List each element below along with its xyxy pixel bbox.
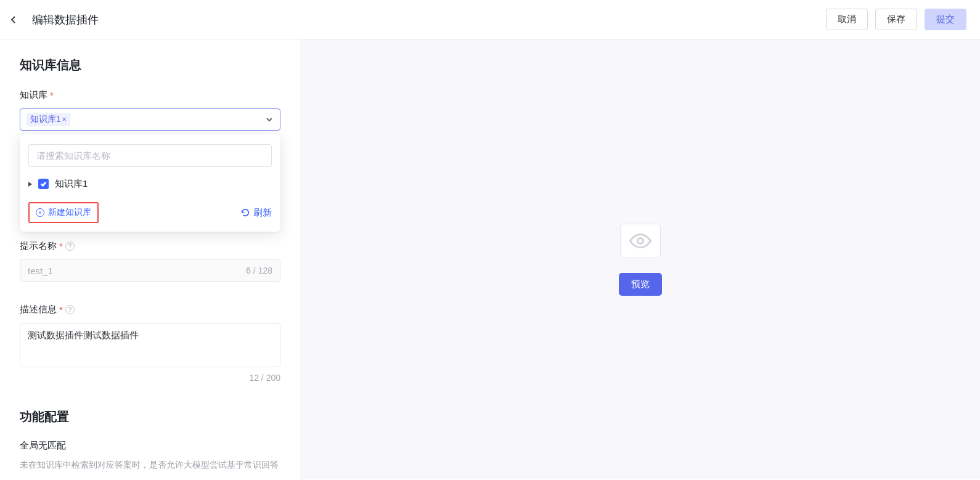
caret-right-icon[interactable] — [28, 182, 32, 187]
header: 编辑数据插件 取消 保存 提交 — [0, 0, 980, 39]
save-button[interactable]: 保存 — [875, 9, 917, 30]
eye-icon — [629, 230, 651, 252]
no-match-label: 全局无匹配 — [20, 440, 280, 452]
kb-dropdown: 知识库1 + 新建知识库 刷新 — [20, 134, 280, 232]
prompt-name-count: 6 / 128 — [246, 266, 272, 275]
refresh-icon — [241, 208, 250, 217]
required-star: * — [59, 241, 63, 251]
svg-point-0 — [637, 238, 643, 243]
kb-tree-item[interactable]: 知识库1 — [28, 171, 272, 197]
refresh-button[interactable]: 刷新 — [241, 207, 272, 219]
help-icon[interactable]: ? — [65, 305, 75, 314]
kb-selected-tag: 知识库1 × — [27, 113, 70, 126]
desc-count: 12 / 200 — [20, 373, 280, 383]
preview-placeholder — [620, 224, 661, 258]
chevron-down-icon — [265, 115, 274, 124]
prompt-name-value: test_1 — [28, 266, 53, 276]
section-func-title: 功能配置 — [20, 409, 280, 425]
required-star: * — [50, 90, 54, 100]
kb-select[interactable]: 知识库1 × — [20, 108, 280, 131]
submit-button[interactable]: 提交 — [925, 9, 966, 30]
required-star: * — [59, 304, 63, 315]
prompt-name-label: 提示名称 — [20, 240, 57, 252]
cancel-button[interactable]: 取消 — [826, 9, 868, 30]
back-button[interactable] — [6, 12, 21, 27]
kb-tree-label: 知识库1 — [55, 178, 88, 190]
prompt-name-input[interactable]: test_1 6 / 128 — [20, 259, 280, 282]
kb-checkbox[interactable] — [38, 179, 49, 189]
field-kb-label: 知识库 — [20, 89, 47, 101]
no-match-desc: 未在知识库中检索到对应答案时，是否允许大模型尝试基于常识回答 — [20, 458, 280, 471]
desc-label: 描述信息 — [20, 304, 57, 315]
new-kb-label: 新建知识库 — [48, 207, 91, 218]
kb-selected-tag-label: 知识库1 — [30, 114, 61, 125]
form-panel: 知识库信息 知识库 * 知识库1 × — [0, 39, 300, 479]
preview-button[interactable]: 预览 — [619, 273, 662, 296]
tag-remove-icon[interactable]: × — [62, 115, 67, 124]
kb-search-input[interactable] — [28, 144, 272, 167]
plus-circle-icon: + — [36, 208, 44, 217]
desc-textarea[interactable] — [20, 323, 280, 367]
refresh-label: 刷新 — [253, 207, 272, 219]
help-icon[interactable]: ? — [65, 242, 75, 251]
new-kb-button[interactable]: + 新建知识库 — [28, 202, 99, 223]
chevron-left-icon — [9, 15, 18, 24]
page-title: 编辑数据插件 — [32, 12, 99, 27]
section-kb-title: 知识库信息 — [20, 57, 280, 73]
preview-panel: 预览 — [300, 39, 980, 479]
